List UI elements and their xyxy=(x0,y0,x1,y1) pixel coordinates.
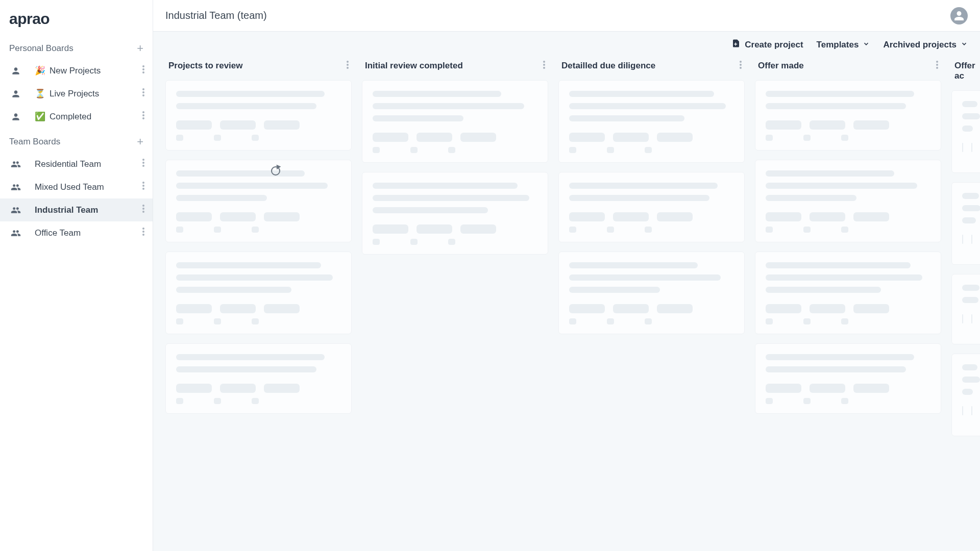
project-card[interactable] xyxy=(755,80,941,151)
column-body xyxy=(362,80,548,275)
project-card[interactable] xyxy=(951,90,980,173)
svg-point-15 xyxy=(142,205,144,207)
column-body xyxy=(165,80,352,434)
topbar: Industrial Team (team) xyxy=(153,0,980,32)
column-body xyxy=(951,90,980,457)
create-project-label: Create project xyxy=(745,40,803,50)
column-title: Detailled due diligence xyxy=(561,61,655,71)
user-avatar-icon[interactable] xyxy=(950,7,968,24)
project-card[interactable] xyxy=(165,343,352,414)
sidebar-item-team[interactable]: Mixed Used Team xyxy=(0,176,153,198)
column-header: Projects to review xyxy=(165,56,352,80)
svg-point-27 xyxy=(740,61,742,63)
sidebar-item-personal[interactable]: ⏳ Live Projects xyxy=(0,82,153,105)
project-card[interactable] xyxy=(362,172,548,255)
svg-point-19 xyxy=(142,231,144,233)
svg-point-3 xyxy=(142,88,144,90)
board-emoji: 🎉 xyxy=(35,65,45,76)
more-icon[interactable] xyxy=(139,88,148,99)
more-icon[interactable] xyxy=(139,228,148,238)
svg-point-11 xyxy=(142,165,144,167)
person-icon xyxy=(9,66,22,76)
more-icon[interactable] xyxy=(139,111,148,122)
templates-button[interactable]: Templates xyxy=(817,40,870,50)
team-board-list: Residential Team Mixed Used Team Industr… xyxy=(0,153,153,244)
project-card[interactable] xyxy=(755,160,941,242)
board-label: Live Projects xyxy=(50,89,139,99)
group-icon xyxy=(9,228,22,238)
project-card[interactable] xyxy=(755,343,941,414)
kanban-board[interactable]: Projects to review Initial review comple… xyxy=(153,56,980,551)
svg-point-23 xyxy=(347,67,349,69)
more-icon[interactable] xyxy=(740,61,742,71)
action-bar: Create project Templates Archived projec… xyxy=(153,32,980,56)
personal-boards-header: Personal Boards + xyxy=(0,35,153,59)
person-icon xyxy=(9,89,22,99)
board-label: Industrial Team xyxy=(35,205,139,215)
sidebar-item-team[interactable]: Industrial Team xyxy=(0,198,153,221)
kanban-column: Initial review completed xyxy=(362,56,548,551)
svg-point-2 xyxy=(142,71,144,73)
project-card[interactable] xyxy=(558,252,745,334)
board-label: Mixed Used Team xyxy=(35,182,139,192)
more-icon[interactable] xyxy=(347,61,349,71)
svg-point-29 xyxy=(740,67,742,69)
archived-projects-button[interactable]: Archived projects xyxy=(883,40,968,50)
person-icon xyxy=(9,112,22,122)
team-boards-header: Team Boards + xyxy=(0,128,153,153)
project-card[interactable] xyxy=(951,354,980,436)
svg-point-6 xyxy=(142,111,144,113)
column-body xyxy=(755,80,941,434)
svg-point-32 xyxy=(936,67,938,69)
board-label: Completed xyxy=(50,112,139,122)
group-icon xyxy=(9,182,22,192)
column-title: Offer ac xyxy=(954,61,980,81)
sidebar-item-team[interactable]: Residential Team xyxy=(0,153,153,176)
project-card[interactable] xyxy=(362,80,548,163)
project-card[interactable] xyxy=(558,80,745,163)
kanban-column: Projects to review xyxy=(165,56,352,551)
project-card[interactable] xyxy=(951,274,980,344)
svg-point-13 xyxy=(142,185,144,187)
svg-point-22 xyxy=(347,64,349,66)
project-card[interactable] xyxy=(165,252,352,334)
group-icon xyxy=(9,205,22,215)
project-card[interactable] xyxy=(951,182,980,265)
column-header: Initial review completed xyxy=(362,56,548,80)
svg-point-28 xyxy=(740,64,742,66)
sidebar-item-personal[interactable]: ✅ Completed xyxy=(0,105,153,128)
svg-point-16 xyxy=(142,208,144,210)
project-card[interactable] xyxy=(558,172,745,242)
svg-point-25 xyxy=(543,64,545,66)
svg-point-9 xyxy=(142,159,144,161)
more-icon[interactable] xyxy=(936,61,938,71)
board-label: New Projects xyxy=(50,66,139,76)
svg-point-0 xyxy=(142,65,144,67)
svg-point-30 xyxy=(936,61,938,63)
svg-point-26 xyxy=(543,67,545,69)
add-personal-board-icon[interactable]: + xyxy=(137,43,143,54)
svg-point-10 xyxy=(142,162,144,164)
sidebar-item-team[interactable]: Office Team xyxy=(0,221,153,244)
more-icon[interactable] xyxy=(139,182,148,192)
create-project-button[interactable]: Create project xyxy=(731,39,803,51)
project-card[interactable] xyxy=(165,160,352,242)
project-card[interactable] xyxy=(165,80,352,151)
svg-point-1 xyxy=(142,68,144,70)
svg-point-17 xyxy=(142,211,144,213)
column-title: Projects to review xyxy=(168,61,243,71)
add-team-board-icon[interactable]: + xyxy=(137,136,143,147)
group-icon xyxy=(9,159,22,169)
more-icon[interactable] xyxy=(139,205,148,215)
more-icon[interactable] xyxy=(139,159,148,169)
create-project-icon xyxy=(731,39,741,51)
templates-label: Templates xyxy=(817,40,859,50)
sidebar-item-personal[interactable]: 🎉 New Projects xyxy=(0,59,153,82)
column-body xyxy=(558,80,745,355)
project-card[interactable] xyxy=(755,252,941,334)
more-icon[interactable] xyxy=(139,65,148,76)
brand-logo[interactable]: aprao xyxy=(9,10,143,28)
more-icon[interactable] xyxy=(543,61,545,71)
board-label: Residential Team xyxy=(35,159,139,169)
sidebar: aprao Personal Boards + 🎉 New Projects ⏳… xyxy=(0,0,153,551)
